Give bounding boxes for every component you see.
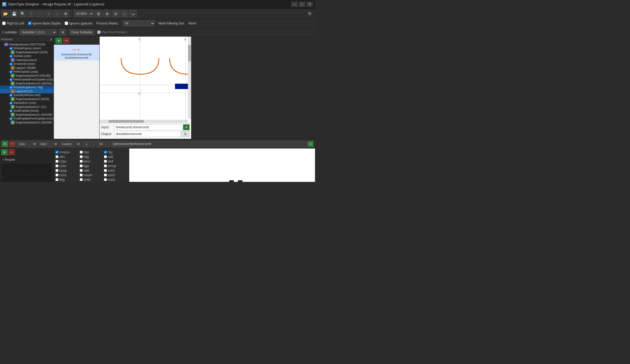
canvas-hscrollbar-thumb[interactable]: [108, 120, 144, 123]
feat-check-ordn[interactable]: ordn: [80, 178, 104, 182]
feat-input-liga[interactable]: [80, 164, 83, 167]
tree-check-pcap[interactable]: [10, 70, 12, 73]
settings-gear-button[interactable]: ⚙: [306, 10, 313, 17]
right-to-left-input[interactable]: [2, 22, 6, 25]
feat-input-hlig[interactable]: [80, 155, 83, 158]
tree-check-rlig[interactable]: [10, 86, 12, 89]
canvas-vscrollbar[interactable]: [188, 37, 191, 119]
toolbar-btn-up[interactable]: ↑: [45, 10, 52, 17]
feat-input-sinf[interactable]: [104, 160, 107, 163]
tree-check-smcp[interactable]: [10, 109, 12, 112]
tree-check-sinf[interactable]: [10, 94, 12, 97]
toolbar-btn-down[interactable]: ↓: [53, 10, 61, 17]
close-button[interactable]: ✕: [306, 2, 313, 7]
feat-check-nalt[interactable]: nalt: [80, 168, 104, 172]
feat-check-hlig[interactable]: hlig: [80, 155, 104, 159]
tree-item-single9[interactable]: S SingleSubstitution9 (184/184): [0, 73, 54, 78]
feat-check-subs[interactable]: subs: [104, 178, 128, 182]
tree-item-pairadj[interactable]: AV PairAdjustment1 (2457/72310): [0, 42, 54, 47]
cloud-button[interactable]: ☁: [129, 10, 137, 17]
tree-item-oldstyle[interactable]: − OldstyleFigures (onum): [0, 47, 54, 50]
feat-input-cpsp[interactable]: [55, 169, 58, 172]
toolbar-btn-5[interactable]: −: [36, 10, 44, 17]
feat-input-ss02[interactable]: [104, 174, 107, 176]
tree-item-pcap[interactable]: − PetiteCapitals (pcap): [0, 70, 54, 73]
center-button[interactable]: ⊕: [103, 10, 111, 17]
add-ligature-button[interactable]: +: [55, 38, 62, 44]
feat-input-nalt[interactable]: [80, 169, 83, 172]
tree-item-c2sc[interactable]: − SmallCapitalsFromCapitals (c2sc): [0, 117, 54, 120]
tree-item-ornaments[interactable]: − Ornaments (ornm): [0, 62, 54, 66]
tree-item-single17[interactable]: S SingleSubstitution17 (1/1): [0, 105, 54, 109]
path-plus-button[interactable]: +: [307, 141, 313, 147]
tree-item-zero[interactable]: − SlashedZero (zero): [0, 101, 54, 105]
custom-dropdown[interactable]: Custom: [59, 141, 81, 147]
feat-check-c2sc[interactable]: c2sc: [55, 164, 80, 168]
output-glyph-button[interactable]: b̈c: [181, 131, 190, 137]
feat-input-subs[interactable]: [104, 178, 107, 181]
feat-input-shaper[interactable]: [55, 151, 58, 154]
feat-check-onum[interactable]: onum: [80, 173, 104, 177]
toolbar-btn-2[interactable]: 💾: [10, 10, 18, 17]
feat-input-salt[interactable]: [104, 155, 107, 158]
feat-check-hist[interactable]: hist: [80, 150, 104, 154]
tree-collapse-button[interactable]: ∧: [50, 37, 52, 41]
tree-item-liga7[interactable]: L Ligature7 (85/85): [0, 66, 54, 70]
feat-input-hist[interactable]: [80, 151, 83, 154]
feat-check-liga[interactable]: liga: [80, 164, 104, 168]
ignore-base-glyphs-checkbox[interactable]: Ignore Base Glyphs: [28, 22, 61, 25]
feat-input-afrc[interactable]: [55, 155, 58, 158]
maximize-button[interactable]: □: [299, 2, 305, 7]
tree-item-c2pc[interactable]: − PetiteCapitalsFromCapitals (c2pc): [0, 78, 54, 81]
feat-check-cpsp[interactable]: cpsp: [55, 168, 80, 172]
font-add-button[interactable]: +: [1, 149, 8, 155]
feat-input-ordn[interactable]: [80, 178, 83, 181]
canvas-vscrollbar-thumb[interactable]: [188, 45, 191, 61]
feat-check-rlig[interactable]: rlig: [104, 150, 128, 154]
toolbar-btn-3[interactable]: 🔍: [19, 10, 26, 17]
process-marks-select[interactable]: All: [122, 20, 155, 26]
ignore-ligatures-input[interactable]: [65, 22, 68, 25]
tree-item-single11[interactable]: S SingleSubstitution11 (184/184): [0, 112, 54, 117]
tree-check-zero[interactable]: [10, 102, 12, 104]
tree-item-chain3[interactable]: ⛓ ChainingContext3: [0, 58, 54, 62]
path-remove-button[interactable]: −: [9, 141, 16, 147]
zoom-dropdown[interactable]: 10.00%: [74, 10, 94, 17]
feat-input-kern[interactable]: [80, 160, 83, 163]
feat-check-dlig[interactable]: dlig: [55, 178, 80, 182]
number2-input[interactable]: [96, 141, 110, 147]
feat-input-c2sc[interactable]: [55, 164, 58, 167]
feat-check-smcp[interactable]: smcp: [104, 164, 128, 168]
right-to-left-checkbox[interactable]: Right to Left: [2, 22, 24, 25]
toolbar-btn-4[interactable]: +: [27, 10, 35, 17]
feat-check-salt[interactable]: salt: [104, 155, 128, 159]
tree-item-smcp[interactable]: − SmallCapitals (smcp): [0, 109, 54, 112]
tree-check-c2sc[interactable]: [10, 117, 12, 120]
clear-subtable-button[interactable]: Clear Subtable: [69, 29, 95, 35]
tree-check-ornaments[interactable]: [10, 63, 12, 65]
feat-check-kern[interactable]: kern: [80, 159, 104, 163]
tree-item-sinf[interactable]: − ScientificInferiors (sinf): [0, 93, 54, 97]
minimize-button[interactable]: ─: [291, 2, 298, 7]
input-field[interactable]: [115, 124, 182, 130]
subtable-gear-button[interactable]: ⚙: [59, 29, 66, 36]
feat-input-cv01[interactable]: [55, 174, 58, 176]
ligature-row[interactable]: ⌣⌣ brevecomb brevecomb doublebrevecomb: [54, 45, 99, 61]
path-input[interactable]: [111, 141, 306, 147]
auto1-dropdown[interactable]: Auto: [17, 141, 37, 147]
fit-button[interactable]: ⊞: [95, 10, 102, 17]
feat-input-onum[interactable]: [80, 174, 83, 176]
ignore-ligatures-checkbox[interactable]: Ignore Ligatures: [65, 22, 93, 25]
canvas-hscrollbar[interactable]: [100, 120, 188, 123]
feat-check-cv01[interactable]: cv01: [55, 173, 80, 177]
number1-input[interactable]: [82, 141, 95, 147]
feat-input-ss01[interactable]: [104, 169, 107, 172]
path-add-button[interactable]: +: [2, 141, 8, 147]
output-field[interactable]: [115, 131, 181, 137]
font-remove-button[interactable]: −: [8, 149, 15, 155]
grid-button[interactable]: ⊟: [112, 10, 120, 17]
feat-input-smcp[interactable]: [104, 164, 107, 167]
feat-input-rlig[interactable]: [104, 151, 107, 154]
subtable-dropdown[interactable]: Subtable 1 (1/1): [19, 29, 57, 35]
input-add-button[interactable]: +: [183, 124, 190, 130]
